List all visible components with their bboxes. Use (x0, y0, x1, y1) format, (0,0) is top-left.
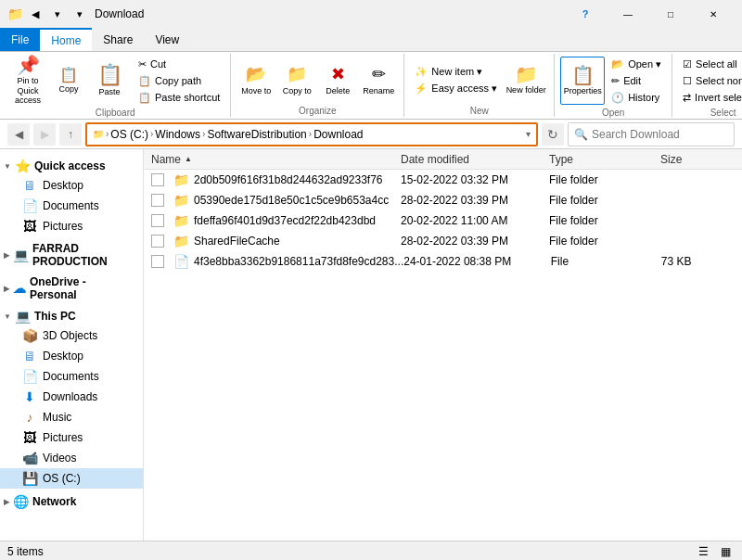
table-row[interactable]: 📄 4f3e8bba3362b9186811a73fd8fe9cd283... … (144, 251, 742, 272)
sidebar-item-this-pc[interactable]: ▼ 💻 This PC (0, 303, 143, 325)
history-label: History (628, 92, 659, 103)
onedrive-icon: ☁ (13, 281, 26, 296)
edit-icon: ✏ (611, 75, 620, 87)
qat-back-btn[interactable]: ◀ (26, 5, 45, 23)
network-chevron: ▶ (4, 498, 9, 506)
title-bar-left: 📁 ◀ ▾ ▾ Download (7, 5, 144, 23)
sidebar-item-music-pc[interactable]: ♪ Music (0, 407, 143, 427)
tab-home[interactable]: Home (40, 28, 92, 51)
path-item-download[interactable]: Download (313, 128, 363, 141)
cut-button[interactable]: ✂ Cut (134, 56, 224, 72)
select-none-button[interactable]: ☐ Select none (678, 72, 742, 89)
copy-path-button[interactable]: 📋 Copy path (134, 72, 224, 89)
sidebar-item-network[interactable]: ▶ 🌐 Network (0, 489, 143, 511)
path-item-softdist[interactable]: SoftwareDistribution (207, 128, 306, 141)
qat-recent-btn[interactable]: ▾ (48, 5, 67, 23)
table-row[interactable]: 📁 fdeffa96f401d9d37ecd2f22db423dbd 20-02… (144, 210, 742, 231)
network-icon: 🌐 (13, 494, 29, 509)
rename-button[interactable]: ✏ Rename (359, 56, 398, 104)
path-item-c[interactable]: OS (C:) (110, 128, 148, 141)
tab-file[interactable]: File (0, 28, 40, 51)
qat-customize-btn[interactable]: ▾ (70, 5, 89, 23)
file-type-1: File folder (549, 173, 660, 186)
pin-to-quick-access-button[interactable]: 📌 Pin to Quickaccess (6, 57, 50, 105)
delete-button[interactable]: ✖ Delete (318, 56, 357, 104)
desktop-pc-label: Desktop (43, 350, 83, 363)
row-checkbox-2[interactable] (151, 194, 164, 207)
sidebar-item-os-c[interactable]: 💾 OS (C:) (0, 468, 143, 489)
address-dropdown-icon[interactable]: ▾ (526, 129, 531, 139)
new-buttons: ✨ New item ▾ ⚡ Easy access ▾ 📁 New folde… (410, 56, 548, 104)
pictures-pc-icon: 🖼 (22, 430, 37, 445)
paste-button[interactable]: 📋 Paste (87, 57, 132, 105)
delete-icon: ✖ (331, 64, 345, 84)
sidebar-item-pictures-qa[interactable]: 🖼 Pictures (0, 216, 143, 236)
table-row[interactable]: 📁 SharedFileCache 28-02-2022 03:39 PM Fi… (144, 231, 742, 251)
rename-icon: ✏ (372, 64, 386, 84)
row-checkbox-4[interactable] (151, 235, 164, 248)
row-checkbox-3[interactable] (151, 214, 164, 227)
ribbon-group-clipboard: 📌 Pin to Quickaccess 📋 Copy 📋 Paste ✂ (0, 54, 231, 117)
sidebar-item-videos-pc[interactable]: 📹 Videos (0, 448, 143, 468)
search-box[interactable]: 🔍 (568, 122, 735, 146)
documents-pc-label: Documents (43, 370, 99, 383)
documents-pc-icon: 📄 (22, 369, 37, 384)
paste-shortcut-button[interactable]: 📋 Paste shortcut (134, 89, 224, 106)
table-row[interactable]: 📁 2d0b509f616f31b8d244632ad9233f76 15-02… (144, 170, 742, 190)
back-button[interactable]: ◀ (7, 123, 30, 146)
row-checkbox-5[interactable] (151, 255, 164, 268)
sidebar-item-downloads-pc[interactable]: ⬇ Downloads (0, 387, 143, 407)
sidebar-item-farrad[interactable]: ▶ 💻 FARRAD PRODUCTION (0, 236, 143, 270)
history-button[interactable]: 🕐 History (607, 89, 666, 106)
minimize-button[interactable]: — (607, 0, 649, 28)
maximize-button[interactable]: □ (649, 0, 692, 28)
up-button[interactable]: ↑ (59, 123, 82, 146)
sidebar-item-documents-pc[interactable]: 📄 Documents (0, 366, 143, 387)
desktop-qa-label: Desktop (43, 179, 83, 192)
move-to-button[interactable]: 📂 Move to (237, 56, 275, 104)
easy-access-button[interactable]: ⚡ Easy access ▾ (410, 80, 502, 96)
file-size-5: 73 KB (661, 255, 735, 268)
search-input[interactable] (592, 128, 731, 141)
tab-view[interactable]: View (144, 28, 190, 51)
column-name[interactable]: Name ▲ (151, 153, 401, 166)
row-checkbox-1[interactable] (151, 173, 164, 186)
open-button[interactable]: 📂 Open ▾ (607, 56, 666, 72)
address-bar[interactable]: 📁 › OS (C:) › Windows › SoftwareDistribu… (85, 122, 538, 146)
copy-button[interactable]: 📋 Copy (52, 57, 85, 105)
close-button[interactable]: ✕ (692, 0, 735, 28)
column-size[interactable]: Size (660, 153, 735, 166)
column-date[interactable]: Date modified (401, 153, 549, 166)
invert-label: Invert selection (695, 92, 742, 103)
select-none-icon: ☐ (683, 75, 692, 87)
properties-button[interactable]: 📋 Properties (560, 57, 605, 105)
sidebar-item-quick-access[interactable]: ▼ ⭐ Quick access (0, 153, 143, 175)
file-list-header: Name ▲ Date modified Type Size (144, 149, 742, 170)
copy-to-button[interactable]: 📁 Copy to (277, 56, 316, 104)
table-row[interactable]: 📁 05390ede175d18e50c1c5ce9b653a4cc 28-02… (144, 190, 742, 210)
sidebar-item-documents-qa[interactable]: 📄 Documents (0, 196, 143, 216)
address-path: 📁 › OS (C:) › Windows › SoftwareDistribu… (93, 128, 522, 141)
column-type[interactable]: Type (549, 153, 660, 166)
select-all-button[interactable]: ☑ Select all (678, 56, 742, 72)
new-items-col: ✨ New item ▾ ⚡ Easy access ▾ (410, 63, 502, 96)
detail-view-button[interactable]: ▦ (716, 543, 735, 560)
sidebar-item-onedrive[interactable]: ▶ ☁ OneDrive - Personal (0, 270, 143, 303)
sidebar-item-desktop-qa[interactable]: 🖥 Desktop (0, 175, 143, 196)
window-icon: 📁 (7, 6, 22, 21)
forward-button[interactable]: ▶ (33, 123, 56, 146)
file-list: Name ▲ Date modified Type Size 📁 2d0b509… (144, 149, 742, 541)
new-item-button[interactable]: ✨ New item ▾ (410, 63, 502, 80)
list-view-button[interactable]: ☰ (694, 543, 712, 560)
edit-button[interactable]: ✏ Edit (607, 72, 666, 89)
sidebar-item-desktop-pc[interactable]: 🖥 Desktop (0, 346, 143, 366)
file-date-3: 20-02-2022 11:00 AM (401, 214, 549, 227)
refresh-button[interactable]: ↻ (542, 123, 564, 146)
new-folder-button[interactable]: 📁 New folder (504, 56, 548, 104)
invert-selection-button[interactable]: ⇄ Invert selection (678, 89, 742, 106)
help-button[interactable]: ? (564, 0, 607, 28)
tab-share[interactable]: Share (92, 28, 144, 51)
sidebar-item-3d-objects[interactable]: 📦 3D Objects (0, 325, 143, 346)
path-item-windows[interactable]: Windows (155, 128, 200, 141)
sidebar-item-pictures-pc[interactable]: 🖼 Pictures (0, 427, 143, 448)
